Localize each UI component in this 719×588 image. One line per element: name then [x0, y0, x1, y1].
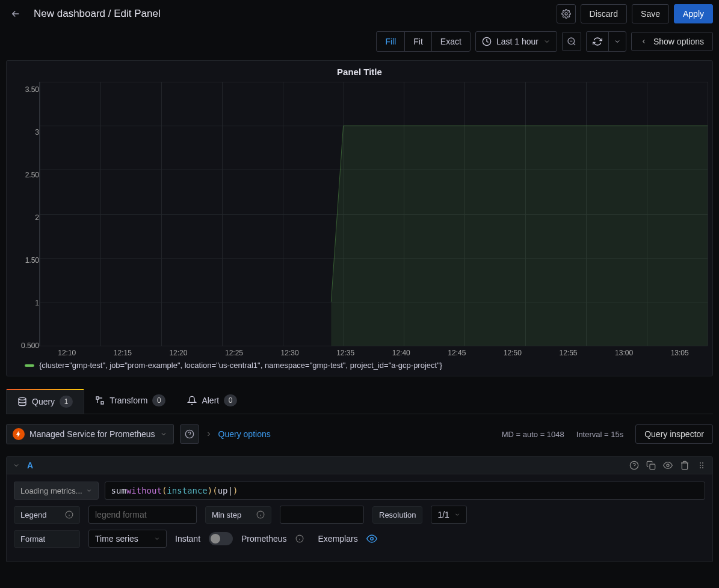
exemplars-label: Exemplars	[318, 534, 358, 544]
time-range-label: Last 1 hour	[496, 37, 538, 46]
svg-rect-7	[650, 464, 655, 470]
chevron-down-icon	[154, 536, 160, 542]
chevron-down-icon	[13, 462, 20, 469]
instant-label: Instant	[175, 534, 200, 544]
refresh-interval-dropdown[interactable]	[609, 32, 626, 51]
breadcrumb: New dashboard / Edit Panel	[34, 8, 161, 20]
eye-icon	[366, 533, 377, 544]
refresh-button[interactable]	[587, 32, 609, 51]
datasource-help-button[interactable]	[180, 424, 199, 444]
y-axis: 3.5032.5021.5010.500	[11, 82, 39, 346]
chevron-down-icon	[614, 38, 621, 45]
drag-handle-icon[interactable]	[697, 461, 706, 470]
transform-count-badge: 0	[152, 394, 165, 406]
save-button[interactable]: Save	[632, 4, 669, 23]
trash-icon[interactable]	[680, 461, 690, 470]
view-exact[interactable]: Exact	[432, 32, 470, 51]
apply-button[interactable]: Apply	[674, 4, 713, 23]
interval-info: Interval = 15s	[576, 430, 623, 439]
md-info: MD = auto = 1048	[502, 430, 564, 439]
query-count-badge: 1	[60, 396, 73, 408]
chevron-down-icon	[454, 512, 460, 518]
gear-icon	[561, 9, 571, 19]
svg-point-8	[667, 464, 669, 467]
legend-text: {cluster="gmp-test", job="prom-example",…	[39, 361, 442, 370]
database-icon	[17, 397, 27, 406]
info-icon	[256, 510, 265, 519]
svg-marker-3	[331, 126, 708, 346]
info-icon	[65, 510, 73, 519]
min-step-label: Min step	[205, 506, 271, 524]
chevron-right-icon	[205, 430, 212, 438]
query-inspector-button[interactable]: Query inspector	[635, 424, 713, 444]
time-range-picker[interactable]: Last 1 hour	[475, 31, 557, 52]
chart-legend[interactable]: {cluster="gmp-test", job="prom-example",…	[11, 357, 708, 370]
resolution-label: Resolution	[372, 506, 422, 524]
help-icon[interactable]	[629, 461, 639, 470]
alert-count-badge: 0	[224, 394, 237, 406]
metrics-browser-button[interactable]: Loading metrics...	[14, 482, 99, 500]
resolution-select[interactable]: 1/1	[431, 506, 466, 524]
bottom-tabs: Query 1 Transform 0 Alert 0	[6, 388, 713, 414]
exemplars-toggle[interactable]	[366, 533, 377, 544]
copy-icon[interactable]	[646, 461, 656, 470]
datasource-picker[interactable]: Managed Service for Prometheus	[6, 424, 174, 444]
instant-toggle[interactable]	[209, 532, 233, 545]
svg-point-0	[565, 13, 567, 15]
eye-icon[interactable]	[663, 461, 673, 470]
legend-label: Legend	[14, 506, 80, 524]
discard-button[interactable]: Discard	[581, 4, 627, 23]
question-icon	[185, 429, 194, 439]
refresh-icon	[593, 37, 602, 46]
format-select[interactable]: Time series	[88, 530, 167, 548]
refresh-group	[586, 31, 626, 52]
min-step-input[interactable]	[280, 506, 364, 524]
back-button[interactable]	[6, 4, 25, 23]
query-options-link[interactable]: Query options	[218, 429, 271, 439]
prometheus-logo-icon	[13, 428, 25, 440]
settings-button[interactable]	[557, 4, 576, 23]
panel-preview: Panel Title 3.5032.5021.5010.500 12:1012…	[6, 60, 713, 376]
legend-format-input[interactable]	[88, 506, 197, 524]
transform-icon	[95, 396, 105, 405]
svg-point-18	[370, 537, 373, 541]
chevron-down-icon	[543, 38, 551, 45]
show-options-button[interactable]: Show options	[631, 32, 713, 51]
panel-title: Panel Title	[11, 64, 708, 82]
datasource-name: Managed Service for Prometheus	[29, 429, 155, 439]
svg-point-14	[702, 467, 703, 468]
zoom-out-icon	[567, 37, 576, 46]
tab-transform[interactable]: Transform 0	[84, 388, 176, 414]
chart: 3.5032.5021.5010.500	[11, 82, 708, 346]
view-fit[interactable]: Fit	[405, 32, 432, 51]
svg-point-13	[700, 467, 701, 468]
svg-point-12	[702, 465, 703, 466]
zoom-out-button[interactable]	[562, 32, 581, 51]
chevron-down-icon	[160, 430, 167, 438]
svg-point-9	[700, 462, 701, 464]
legend-swatch	[25, 364, 34, 367]
query-expression-input[interactable]: sum without(instance) (up|)	[105, 482, 705, 500]
tab-query[interactable]: Query 1	[6, 389, 84, 414]
info-icon	[295, 534, 304, 543]
plot-area[interactable]	[39, 82, 708, 346]
query-letter: A	[27, 461, 33, 470]
prometheus-label: Prometheus	[241, 534, 286, 544]
svg-point-11	[700, 465, 701, 466]
view-fill[interactable]: Fill	[377, 32, 405, 51]
query-row-header[interactable]: A	[6, 456, 713, 474]
view-mode-group: Fill Fit Exact	[376, 31, 470, 52]
x-axis: 12:1012:1512:2012:2512:3012:3512:4012:45…	[39, 346, 708, 357]
bell-icon	[187, 396, 197, 405]
clock-icon	[482, 37, 492, 46]
svg-point-10	[702, 462, 703, 464]
chevron-down-icon	[86, 488, 92, 494]
svg-point-4	[19, 397, 26, 400]
tab-alert[interactable]: Alert 0	[176, 388, 248, 414]
format-label: Format	[14, 530, 80, 548]
chevron-left-icon	[640, 38, 647, 45]
